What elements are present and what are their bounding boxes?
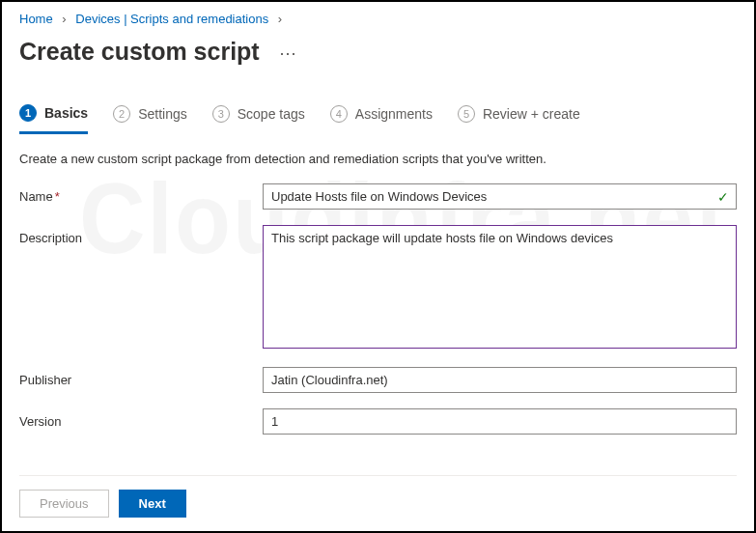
- intro-text: Create a new custom script package from …: [19, 152, 737, 166]
- version-label: Version: [19, 408, 263, 429]
- step-number: 4: [330, 105, 348, 123]
- breadcrumb-home[interactable]: Home: [19, 12, 53, 26]
- name-label: Name*: [19, 183, 263, 204]
- step-label: Assignments: [355, 106, 433, 122]
- required-icon: *: [55, 189, 60, 204]
- step-label: Scope tags: [238, 106, 305, 122]
- step-number: 3: [212, 105, 230, 123]
- next-button[interactable]: Next: [119, 490, 186, 518]
- wizard-steps: 1 Basics 2 Settings 3 Scope tags 4 Assig…: [19, 104, 737, 134]
- step-review-create[interactable]: 5 Review + create: [458, 104, 580, 133]
- step-assignments[interactable]: 4 Assignments: [330, 104, 433, 133]
- more-icon[interactable]: ⋯: [279, 44, 296, 62]
- description-label: Description: [19, 225, 263, 245]
- step-label: Review + create: [483, 106, 580, 122]
- step-scope-tags[interactable]: 3 Scope tags: [212, 104, 305, 133]
- publisher-input[interactable]: [263, 367, 737, 393]
- breadcrumb: Home › Devices | Scripts and remediation…: [19, 10, 737, 34]
- chevron-right-icon: ›: [62, 12, 66, 26]
- step-settings[interactable]: 2 Settings: [113, 104, 187, 133]
- footer-actions: Previous Next: [19, 475, 737, 518]
- chevron-right-icon: ›: [278, 12, 282, 26]
- step-label: Basics: [44, 105, 88, 121]
- step-basics[interactable]: 1 Basics: [19, 104, 88, 134]
- breadcrumb-devices[interactable]: Devices | Scripts and remediations: [75, 12, 268, 26]
- step-number: 5: [458, 105, 475, 123]
- page-title: Create custom script: [19, 38, 260, 66]
- step-label: Settings: [138, 106, 187, 122]
- step-number: 2: [113, 105, 130, 123]
- name-input[interactable]: [263, 183, 737, 210]
- check-icon: ✓: [717, 189, 729, 205]
- description-textarea[interactable]: This script package will update hosts fi…: [263, 225, 737, 349]
- previous-button: Previous: [19, 490, 109, 518]
- publisher-label: Publisher: [19, 367, 263, 387]
- version-input: [263, 408, 737, 435]
- step-number: 1: [19, 104, 37, 122]
